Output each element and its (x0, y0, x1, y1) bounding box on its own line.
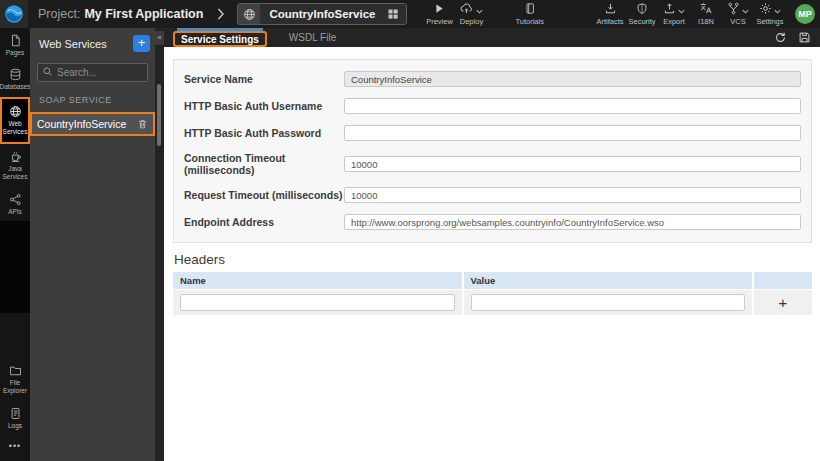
book-icon (524, 2, 536, 15)
top-bar: Project:My First Application CountryInfo… (0, 0, 820, 28)
refresh-icon (774, 31, 787, 44)
service-name-input (344, 71, 801, 87)
save-button[interactable] (798, 31, 811, 44)
sidebar-dark-section (0, 221, 30, 313)
project-breadcrumb: Project:My First Application (38, 7, 203, 21)
tabbar-actions (774, 28, 820, 47)
globe-icon (9, 105, 22, 118)
sidebar-item-file-explorer[interactable]: File Explorer (0, 358, 30, 401)
soap-service-section-label: SOAP SERVICE (30, 85, 155, 112)
tutorials-button[interactable]: Tutorials (513, 2, 545, 26)
basic-auth-password-input[interactable] (344, 125, 801, 141)
trash-icon[interactable] (137, 118, 148, 130)
log-file-icon (9, 407, 22, 420)
field-label: Service Name (184, 73, 344, 85)
logo-icon (4, 4, 24, 24)
scrollbar-thumb[interactable] (157, 84, 161, 146)
content-tab-bar: Service Settings WSDL File (164, 28, 820, 47)
download-icon (604, 2, 617, 15)
user-avatar[interactable]: MP (795, 4, 815, 24)
page-icon (9, 34, 22, 47)
endpoint-address-input[interactable] (344, 214, 801, 230)
i18n-label: I18N (698, 17, 714, 26)
service-settings-form: Service Name HTTP Basic Auth Username HT… (173, 59, 812, 243)
security-button[interactable]: Security (626, 2, 658, 26)
i18n-button[interactable]: I18N (690, 2, 722, 26)
service-list-item[interactable]: CountryInfoService (30, 112, 155, 136)
branch-icon (727, 2, 740, 15)
breadcrumb-chevron-icon (217, 8, 225, 20)
save-icon (798, 31, 811, 44)
gear-icon (759, 2, 772, 15)
deploy-label: Deploy (460, 17, 483, 26)
form-row-username: HTTP Basic Auth Username (184, 98, 801, 114)
sidebar-item-java-services[interactable]: Java Services (0, 144, 30, 187)
field-label: Endpoint Address (184, 216, 344, 228)
cloud-upload-icon (459, 2, 474, 15)
play-icon (433, 2, 445, 15)
upload-icon (663, 2, 676, 15)
sidebar-item-label: Java Services (0, 165, 30, 182)
field-label: Connection Timeout (milliseconds) (184, 152, 344, 176)
deploy-button[interactable]: Deploy (455, 2, 487, 26)
preview-button[interactable]: Preview (423, 2, 455, 26)
icon-sidebar: Pages Databases Web Services Java Servic… (0, 28, 30, 461)
tabbar-spacer (336, 28, 774, 47)
form-row-endpoint: Endpoint Address (184, 214, 801, 230)
header-name-input[interactable] (180, 294, 455, 311)
panel-gutter: « (155, 28, 164, 461)
open-service-tab[interactable]: CountryInfoService (237, 3, 407, 25)
header-value-cell (464, 290, 755, 315)
panel-title: Web Services (39, 38, 133, 50)
sidebar-item-web-services[interactable]: Web Services (0, 97, 30, 144)
sidebar-item-label: APIs (7, 208, 23, 216)
export-button[interactable]: Export (658, 2, 690, 26)
tab-service-settings[interactable]: Service Settings (173, 28, 267, 47)
header-value-input[interactable] (471, 294, 746, 311)
field-label: Request Timeout (milliseconds) (184, 189, 344, 201)
header-name-cell (173, 290, 464, 315)
topbar-left-actions: Preview Deploy Tutorials (423, 2, 545, 26)
add-header-button[interactable]: + (754, 290, 812, 315)
sidebar-item-logs[interactable]: Logs (0, 401, 30, 435)
sidebar-item-label: File Explorer (0, 379, 30, 396)
request-timeout-input[interactable] (344, 187, 801, 203)
search-container (37, 62, 148, 82)
search-input[interactable] (37, 63, 148, 82)
sidebar-item-label: Logs (7, 422, 23, 430)
refresh-button[interactable] (774, 31, 787, 44)
security-label: Security (628, 17, 655, 26)
form-row-password: HTTP Basic Auth Password (184, 125, 801, 141)
sidebar-item-pages[interactable]: Pages (0, 28, 30, 62)
column-header-name: Name (173, 272, 464, 289)
vcs-button[interactable]: VCS (722, 2, 754, 26)
artifacts-button[interactable]: Artifacts (594, 2, 626, 26)
search-icon (42, 66, 53, 77)
sidebar-spacer (0, 313, 30, 358)
project-label: Project: (38, 7, 80, 21)
sidebar-item-label: Pages (5, 49, 25, 57)
collapse-panel-button[interactable]: « (155, 31, 164, 45)
form-row-connection-timeout: Connection Timeout (milliseconds) (184, 152, 801, 176)
sidebar-item-databases[interactable]: Databases (0, 62, 30, 96)
preview-label: Preview (426, 17, 453, 26)
panel-header: Web Services + (30, 28, 155, 55)
add-service-button[interactable]: + (133, 35, 150, 52)
topbar-right-actions: Artifacts Security Export I18N VCS (594, 2, 786, 26)
sidebar-item-apis[interactable]: APIs (0, 187, 30, 221)
service-item-name: CountryInfoService (32, 118, 137, 130)
basic-auth-username-input[interactable] (344, 98, 801, 114)
field-label: HTTP Basic Auth Username (184, 100, 344, 112)
sidebar-item-label: Web Services (2, 120, 29, 137)
database-icon (9, 68, 22, 81)
tab-wsdl-file[interactable]: WSDL File (289, 28, 336, 47)
export-caret-icon (678, 9, 685, 14)
wavemaker-logo[interactable] (0, 0, 28, 28)
connection-timeout-input[interactable] (344, 156, 801, 172)
grid-icon[interactable] (387, 8, 406, 20)
sidebar-more-button[interactable]: ••• (0, 435, 30, 461)
shield-icon (636, 2, 648, 15)
settings-label: Settings (756, 17, 783, 26)
form-row-request-timeout: Request Timeout (milliseconds) (184, 187, 801, 203)
settings-button[interactable]: Settings (754, 2, 786, 26)
